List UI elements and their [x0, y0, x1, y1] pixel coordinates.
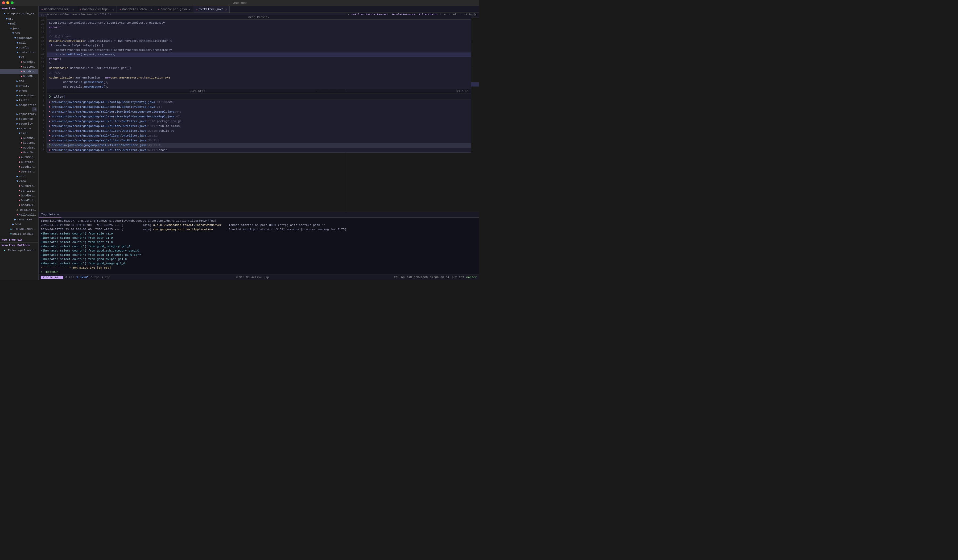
- sidebar-item-telescope[interactable]: ● TelescopePrompt 1:8 Top: [0, 248, 38, 253]
- sidebar-item-authcontroller[interactable]: ●AuthControll…: [0, 60, 38, 64]
- sidebar-item-com[interactable]: ▼com: [0, 31, 38, 36]
- sidebar-item-goodswiperview[interactable]: ●GoodSwiperView…: [0, 203, 38, 208]
- grep-preview-content: SecurityContextHolder.setContext(Securit…: [47, 20, 471, 90]
- maximize-button[interactable]: [11, 2, 14, 4]
- terminal-line: > :bootRun: [41, 270, 477, 274]
- status-cpu: CPU 6%: [394, 276, 405, 279]
- sidebar-item-goodservice[interactable]: ●GoodService.java: [0, 165, 38, 169]
- sidebar-item-goodmanagement[interactable]: ●GoodManage…: [0, 74, 38, 79]
- tab-jwtfilter[interactable]: ☕ JwtFilter.java ✕: [193, 6, 230, 13]
- tab-goodserviceimpl[interactable]: ☕ GoodServiceImpl… ✕: [77, 6, 117, 13]
- sidebar-item-filter[interactable]: ▶filter: [0, 98, 38, 103]
- grep-preview-line: // 授权: [47, 71, 471, 76]
- live-grep-result-9[interactable]: ◆ src/main/java/com/gaogaoqwq/mall/filte…: [47, 138, 471, 143]
- sidebar-item-java[interactable]: ▼java: [0, 26, 38, 31]
- live-grep-result-4[interactable]: ◆ src/main/java/com/gaogaoqwq/mall/servi…: [47, 114, 471, 119]
- sidebar-item-controller[interactable]: ▼controller: [0, 50, 38, 55]
- sidebar-item-repo[interactable]: ▼~/repo/simple_mall/backend: [0, 11, 38, 16]
- live-grep-input[interactable]: filter: [52, 95, 63, 98]
- live-grep-result-10[interactable]: ❯ src/main/java/com/gaogaoqwq/mall/filte…: [47, 143, 471, 148]
- sidebar-item-main[interactable]: ▼main: [0, 21, 38, 26]
- terminal-line: Hibernate: select count(*) from good g1_…: [41, 253, 477, 257]
- terminal-line: Hibernate: select count(*) from good_cat…: [41, 244, 477, 249]
- live-grep-result-6[interactable]: ◆ src/main/java/com/gaogaoqwq/mall/filte…: [47, 124, 471, 128]
- status-3zsh: 3 zsh: [91, 276, 100, 279]
- tab-goodcontroller[interactable]: ☕ GoodController… ✕: [39, 6, 77, 13]
- sidebar-item-datainitializer[interactable]: ⚠ DataInitializer.j…: [0, 208, 38, 213]
- terminal-line: 2024-04-09T20:33:06.888+08:00 INFO 49825…: [41, 227, 477, 232]
- live-grep-result-1[interactable]: ◆ src/main/java/com/gaogaoqwq/mall/confi…: [47, 100, 471, 105]
- grep-preview-line: SecurityContextHolder.setContext(Securit…: [47, 48, 471, 52]
- live-grep-result-3[interactable]: ◆ src/main/java/com/gaogaoqwq/mall/servi…: [47, 109, 471, 114]
- sidebar-item-authview[interactable]: ●AuthView.java: [0, 184, 38, 189]
- sidebar-item-userservice[interactable]: ●UserService.java: [0, 169, 38, 174]
- status-datetime: 04/09 08:34: [430, 276, 449, 279]
- live-grep-panel[interactable]: ───────────────── Live Grep ────────────…: [46, 89, 471, 153]
- sidebar-item-service[interactable]: ▼service: [0, 126, 38, 131]
- terminal-content[interactable]: tionFilter@635b3ec7, org.springframework…: [39, 218, 479, 274]
- sidebar-item-mall[interactable]: ▼mall: [0, 40, 38, 45]
- sidebar-item-gaogaoqwq[interactable]: ▼gaogaoqwq: [0, 36, 38, 40]
- sidebar-item-authservice[interactable]: ●AuthService.java: [0, 155, 38, 160]
- neotree-git-section[interactable]: Neo-Tree Git: [0, 237, 38, 243]
- sidebar-item-goodinfoview[interactable]: ●GoodInfoView.j…: [0, 198, 38, 203]
- sidebar-item-impl[interactable]: ▼impl: [0, 131, 38, 136]
- sidebar-item-entity[interactable]: ▶entity: [0, 84, 38, 88]
- close-button[interactable]: [2, 2, 5, 4]
- tab-gooddetailview[interactable]: ☕ GoodDetailView… ✕: [117, 6, 155, 13]
- sidebar-item-mallapplication[interactable]: ●MallApplication.ja…: [0, 213, 38, 217]
- status-0zsh: 0 zsh: [65, 276, 74, 279]
- sidebar-item-userserviceimpl[interactable]: ●UserServiceImp…: [0, 150, 38, 155]
- sidebar-item-util[interactable]: ▶util: [0, 174, 38, 179]
- sidebar-item-license[interactable]: ●LICENSE-AGPL-3.0-or-later: [0, 227, 38, 232]
- sidebar-item-response[interactable]: ▶response: [0, 117, 38, 121]
- terminal-tabs: Toggleterm: [39, 212, 479, 218]
- sidebar-item-customercontroller[interactable]: ●CustomerContr…: [0, 64, 38, 69]
- sidebar-item-view[interactable]: ▼view: [0, 179, 38, 184]
- live-grep-input-row[interactable]: ❯ filter: [47, 94, 471, 100]
- terminal-line: Hibernate: select count(*) from cart c1_…: [41, 240, 477, 244]
- live-grep-result-5[interactable]: ◆ src/main/java/com/gaogaoqwq/mall/filte…: [47, 119, 471, 124]
- status-branch: simple_mall: [41, 276, 63, 279]
- status-4zsh: 4 zsh: [102, 276, 110, 279]
- close-tab-goodserviceimpl[interactable]: ✕: [112, 8, 114, 11]
- sidebar-item-goodcontroller[interactable]: ●GoodControll…: [0, 69, 38, 74]
- sidebar-item-buildgradle[interactable]: ●build.gradle: [0, 232, 38, 236]
- sidebar-item-goodserviceimpl[interactable]: ●GoodServiceImpl…: [0, 145, 38, 150]
- sidebar-item-security[interactable]: ▶security: [0, 121, 38, 126]
- close-tab-goodswiper[interactable]: ✕: [189, 8, 190, 11]
- live-grep-result-11[interactable]: ◆ src/main/java/com/gaogaoqwq/mall/filte…: [47, 148, 471, 152]
- sidebar-item-cartitemview[interactable]: ●CartItemView.ja…: [0, 189, 38, 193]
- close-tab-goodcontroller[interactable]: ✕: [72, 8, 74, 11]
- sidebar-item-src[interactable]: ▼src: [0, 16, 38, 21]
- grep-preview-header: Grep Preview: [47, 15, 471, 20]
- grep-preview-panel[interactable]: Grep Preview SecurityContextHolder.setCo…: [46, 15, 471, 90]
- sidebar-item-resources[interactable]: ▶resources: [0, 217, 38, 222]
- grep-preview-line: }: [47, 30, 471, 34]
- sidebar-item-authserviceimpl[interactable]: ●AuthServiceImp…: [0, 136, 38, 141]
- sidebar-item-enums[interactable]: ▶enums: [0, 88, 38, 93]
- titlebar: tmux new: [0, 0, 479, 6]
- sidebar-item-gooddetailview[interactable]: ●GoodDetailView.…: [0, 193, 38, 198]
- sidebar-item-test[interactable]: ▶test: [0, 222, 38, 227]
- grep-preview-line: UserDetails userDetails = userDetailsOpt…: [47, 66, 471, 71]
- tab-goodswiper[interactable]: ☕ GoodSwiper.java ✕: [155, 6, 194, 13]
- grep-preview-line: return;: [47, 25, 471, 30]
- sidebar-item-customerservice[interactable]: ●CustomerService…: [0, 160, 38, 165]
- terminal-tab-toggleterm[interactable]: Toggleterm: [39, 212, 62, 217]
- sidebar-item-repository[interactable]: ▶repository: [0, 112, 38, 117]
- file-tree: ▼src ▼main ▼java ▼com ▼gaogaoqwq ▼mall ▶…: [0, 16, 38, 237]
- neotree-buffers-section[interactable]: Neo-Tree Buffers: [0, 243, 38, 248]
- close-tab-jwtfilter[interactable]: ✕: [225, 8, 227, 11]
- minimize-button[interactable]: [6, 2, 9, 4]
- sidebar-item-dto[interactable]: ▶dto: [0, 79, 38, 84]
- sidebar-item-exception[interactable]: ▶exception: [0, 93, 38, 98]
- live-grep-result-2[interactable]: ◆ src/main/java/com/gaogaoqwq/mall/confi…: [47, 105, 471, 109]
- live-grep-result-7[interactable]: ◆ src/main/java/com/gaogaoqwq/mall/filte…: [47, 128, 471, 133]
- sidebar-item-properties[interactable]: ▶properties36: [0, 103, 38, 112]
- sidebar-item-customerserviceimpl[interactable]: ●CustomerServic…: [0, 141, 38, 145]
- sidebar-item-config[interactable]: ▶config: [0, 45, 38, 50]
- live-grep-result-8[interactable]: ◆ src/main/java/com/gaogaoqwq/mall/filte…: [47, 133, 471, 138]
- sidebar-item-v1[interactable]: ▼v1: [0, 55, 38, 60]
- close-tab-gooddetailview[interactable]: ✕: [151, 8, 152, 11]
